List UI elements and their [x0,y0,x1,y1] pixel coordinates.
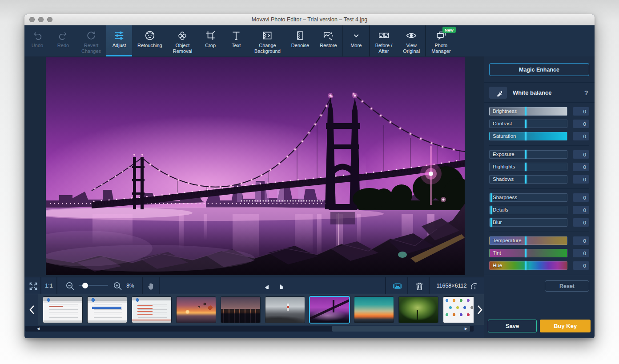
toolbar-button-photo-manager[interactable]: Photo ManagerNew [426,25,456,56]
slider-group: Sharpness0Details0Blur0 [489,188,589,232]
toolbar-button-change-background[interactable]: Change Background [249,25,286,56]
filmstrip-prev-button[interactable] [24,294,38,325]
toolbar-button-before-after[interactable]: Before / After [370,25,398,56]
scrollbar-thumb[interactable] [332,326,470,332]
fit-to-screen-button[interactable] [24,277,41,294]
toolbar-button-label: Change Background [254,43,281,54]
shadows-value[interactable]: 0 [573,175,589,184]
slider-handle[interactable] [525,236,527,245]
temperature-value[interactable]: 0 [573,236,589,245]
brightness-slider[interactable]: Brightness [489,107,567,116]
image-navigation [160,277,386,294]
thumbnail-screenshot-settings-2[interactable] [88,297,127,323]
magic-enhance-button[interactable]: Magic Enhance [489,63,589,76]
zoom-in-icon[interactable] [113,281,122,290]
saturation-slider[interactable]: Saturation [489,132,567,140]
next-image-button[interactable] [277,282,283,289]
slider-handle[interactable] [525,175,527,184]
zoom-window-button[interactable] [47,17,52,22]
filmstrip-next-button[interactable] [474,294,484,325]
slider-handle[interactable] [525,120,527,128]
blur-slider[interactable]: Blur [489,218,567,227]
exposure-slider[interactable]: Exposure [489,150,567,159]
highlights-slider[interactable]: Highlights [489,163,567,171]
thumbnail-lighthouse-shore[interactable] [265,297,305,323]
details-slider[interactable]: Details [489,206,567,214]
zoom-slider[interactable] [79,285,108,286]
photo-bridge-image[interactable] [46,57,465,275]
save-button[interactable]: Save [488,320,537,332]
zoom-slider-knob[interactable] [82,283,88,288]
hand-icon [146,281,156,290]
slider-handle[interactable] [490,193,492,202]
zoom-out-icon[interactable] [65,281,74,290]
thumbnail-screenshot-settings-3[interactable] [132,297,171,323]
blur-value[interactable]: 0 [573,218,589,227]
hand-tool-button[interactable] [143,277,160,294]
toolbar-button-label: Before / After [375,43,393,54]
hue-slider[interactable]: Hue [489,261,567,270]
slider-handle[interactable] [525,150,527,159]
filmstrip-toggle-button[interactable] [386,277,408,294]
reset-button[interactable]: Reset [545,280,589,292]
slider-label: Shadows [493,176,514,183]
thumbnail-city-dusk[interactable] [221,297,260,323]
slider-handle[interactable] [525,249,527,257]
toolbar-button-undo[interactable]: Undo [24,25,50,56]
sharpness-slider[interactable]: Sharpness [489,193,567,202]
scroll-left-arrow[interactable]: ◀ [37,326,40,332]
contrast-slider[interactable]: Contrast [489,120,567,128]
scroll-right-arrow[interactable]: ▶ [465,326,467,332]
slider-handle[interactable] [525,163,527,171]
toolbar-button-text[interactable]: Text [223,25,249,56]
thumbnail-screenshot-settings-1[interactable] [43,297,82,323]
slider-handle[interactable] [490,206,492,214]
help-icon[interactable]: ? [584,89,589,96]
thumbnail-sunset-balloons[interactable] [177,297,216,323]
brightness-value[interactable]: 0 [573,107,589,116]
tint-value[interactable]: 0 [573,249,589,257]
details-value[interactable]: 0 [573,206,589,214]
toolbar-button-denoise[interactable]: Denoise [286,25,314,56]
slider-handle[interactable] [525,132,527,140]
thumbnail-forest-tree[interactable] [399,297,438,323]
toolbar-button-view-original[interactable]: View Original [398,25,425,56]
thumbnail-teal-sunset[interactable] [354,297,394,323]
new-badge: New [442,27,456,33]
zoom-controls: 8% [57,277,143,294]
toolbar-button-redo[interactable]: Redo [50,25,76,56]
toolbar-button-more[interactable]: More [343,25,369,56]
hue-value[interactable]: 0 [573,261,589,270]
info-icon[interactable] [470,282,477,289]
white-balance-eyedropper-button[interactable] [489,87,507,99]
close-button[interactable] [29,17,35,22]
delete-image-button[interactable] [408,277,430,294]
tint-slider[interactable]: Tint [489,249,567,257]
toolbar-button-restore[interactable]: Restore [314,25,342,56]
toolbar-button-object-removal[interactable]: Object Removal [168,25,197,56]
buy-key-button[interactable]: Buy Key [540,320,591,332]
slider-row-contrast: Contrast0 [489,120,589,128]
actual-size-button[interactable]: 1:1 [41,277,57,294]
previous-image-button[interactable] [262,282,269,289]
toolbar-button-revert-changes[interactable]: Revert Changes [76,25,106,56]
slider-label: Brightness [493,108,517,115]
slider-row-temperature: Temperature0 [489,236,589,245]
thumbnail-purple-bridge[interactable] [310,297,349,323]
filmstrip-scrollbar[interactable]: ◀ ▶ [25,326,474,332]
toolbar-button-crop[interactable]: Crop [197,25,223,56]
minimize-button[interactable] [38,17,44,22]
contrast-value[interactable]: 0 [573,120,589,128]
shadows-slider[interactable]: Shadows [489,175,567,184]
toolbar-button-retouching[interactable]: Retouching [132,25,168,56]
temperature-slider[interactable]: Temperature [489,236,567,245]
slider-handle[interactable] [525,261,527,270]
slider-handle[interactable] [525,107,527,116]
thumbnail-app-grid[interactable] [443,297,474,323]
toolbar-button-adjust[interactable]: Adjust [106,25,132,56]
slider-handle[interactable] [490,218,492,227]
sharpness-value[interactable]: 0 [573,193,589,202]
exposure-value[interactable]: 0 [573,150,589,159]
saturation-value[interactable]: 0 [573,132,589,140]
highlights-value[interactable]: 0 [573,163,589,171]
